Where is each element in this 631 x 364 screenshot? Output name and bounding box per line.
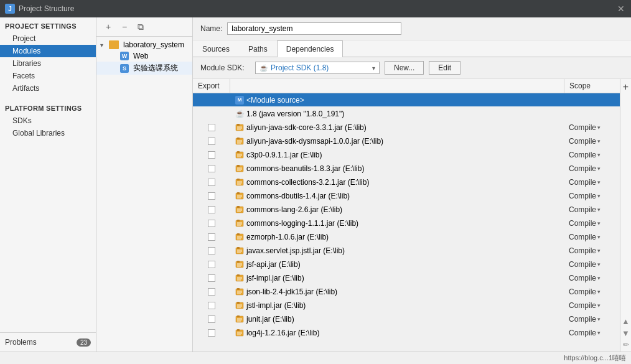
- sidebar-item-global-libraries[interactable]: Global Libraries: [0, 127, 96, 139]
- dep-row-aliyun-core[interactable]: aliyun-java-sdk-core-3.3.1.jar (E:\lib) …: [193, 121, 620, 134]
- dep-row-jdk18[interactable]: ☕1.8 (java version "1.8.0_191"): [193, 107, 620, 121]
- dep-checkbox-aliyun-dysms[interactable]: [208, 138, 215, 145]
- problems-item[interactable]: Problems 23: [0, 335, 96, 349]
- dep-scope-commons-bean[interactable]: Compile ▾: [564, 163, 620, 174]
- edit-sdk-button[interactable]: Edit: [429, 61, 460, 75]
- dep-checkbox-commons-bean[interactable]: [208, 165, 215, 172]
- dep-name-cell-aliyun-core: aliyun-java-sdk-core-3.3.1.jar (E:\lib): [230, 122, 564, 133]
- dep-checkbox-jstl-impl[interactable]: [208, 302, 215, 309]
- svg-rect-46: [237, 247, 240, 249]
- scroll-down-side[interactable]: ▼: [622, 329, 630, 338]
- dep-row-jsf-api[interactable]: jsf-api.jar (E:\lib) Compile ▾: [193, 258, 620, 271]
- scope-dropdown-javax-servlet[interactable]: Compile ▾: [569, 246, 615, 255]
- dep-scope-commons-coll[interactable]: Compile ▾: [564, 177, 620, 188]
- scope-dropdown-aliyun-core[interactable]: Compile ▾: [569, 123, 615, 132]
- dep-checkbox-jsf-api[interactable]: [208, 261, 215, 268]
- dep-scope-jsf-impl[interactable]: Compile ▾: [564, 273, 620, 284]
- sidebar-item-modules[interactable]: Modules: [0, 45, 96, 57]
- scope-dropdown-log4j[interactable]: Compile ▾: [569, 329, 615, 337]
- dep-checkbox-c3p0[interactable]: [208, 151, 215, 159]
- scope-dropdown-commons-lang[interactable]: Compile ▾: [569, 205, 615, 214]
- dep-row-commons-log[interactable]: commons-logging-1.1.1.jar (E:\lib) Compi…: [193, 217, 620, 230]
- sidebar-item-project[interactable]: Project: [0, 32, 96, 45]
- dep-checkbox-aliyun-core[interactable]: [208, 124, 215, 131]
- scroll-up-side[interactable]: ▲: [622, 317, 630, 326]
- dep-checkbox-commons-lang[interactable]: [208, 206, 215, 213]
- sdk-label: Module SDK:: [200, 63, 250, 72]
- name-input[interactable]: [227, 22, 401, 35]
- dep-scope-ezmorph[interactable]: Compile ▾: [564, 231, 620, 243]
- tree-node-laboratory-system[interactable]: ▾ laboratory_system: [96, 39, 192, 50]
- dep-export-c3p0: [193, 150, 230, 160]
- scope-dropdown-commons-dbutils[interactable]: Compile ▾: [569, 192, 615, 200]
- dep-row-commons-lang[interactable]: commons-lang-2.6.jar (E:\lib) Compile ▾: [193, 203, 620, 217]
- scope-dropdown-commons-bean[interactable]: Compile ▾: [569, 164, 615, 173]
- dep-scope-commons-dbutils[interactable]: Compile ▾: [564, 190, 620, 202]
- remove-module-button[interactable]: −: [118, 20, 131, 34]
- dep-scope-aliyun-core[interactable]: Compile ▾: [564, 122, 620, 133]
- tree-node-shijian[interactable]: S 实验选课系统: [96, 62, 192, 75]
- dep-scope-commons-log[interactable]: Compile ▾: [564, 218, 620, 229]
- scope-dropdown-ezmorph[interactable]: Compile ▾: [569, 233, 615, 241]
- dep-scope-json-lib[interactable]: Compile ▾: [564, 286, 620, 297]
- dep-checkbox-commons-log[interactable]: [208, 220, 215, 227]
- add-dependency-button[interactable]: +: [623, 82, 629, 93]
- dep-row-junit[interactable]: junit.jar (E:\lib) Compile ▾: [193, 312, 620, 326]
- dep-checkbox-commons-coll[interactable]: [208, 179, 215, 186]
- dep-checkbox-javax-servlet[interactable]: [208, 247, 215, 254]
- scope-dropdown-commons-log[interactable]: Compile ▾: [569, 219, 615, 228]
- scope-dropdown-aliyun-dysms[interactable]: Compile ▾: [569, 137, 615, 146]
- scope-arrow-junit: ▾: [597, 316, 601, 322]
- tab-dependencies[interactable]: Dependencies: [277, 40, 344, 57]
- sidebar-item-libraries[interactable]: Libraries: [0, 57, 96, 70]
- tree-node-web[interactable]: W Web: [96, 50, 192, 62]
- sdk-select[interactable]: ☕ Project SDK (1.8) ▾: [255, 62, 380, 74]
- scope-dropdown-junit[interactable]: Compile ▾: [569, 315, 615, 324]
- dep-checkbox-ezmorph[interactable]: [208, 233, 215, 241]
- dep-row-commons-dbutils[interactable]: commons-dbutils-1.4.jar (E:\lib) Compile…: [193, 189, 620, 203]
- dep-checkbox-commons-dbutils[interactable]: [208, 192, 215, 200]
- close-button[interactable]: ✕: [616, 4, 626, 14]
- dep-scope-commons-lang[interactable]: Compile ▾: [564, 204, 620, 215]
- dep-row-c3p0[interactable]: c3p0-0.9.1.1.jar (E:\lib) Compile ▾: [193, 148, 620, 162]
- scope-text-commons-bean: Compile: [569, 164, 596, 173]
- dep-scope-log4j[interactable]: Compile ▾: [564, 327, 620, 338]
- dep-scope-javax-servlet[interactable]: Compile ▾: [564, 245, 620, 256]
- dep-row-javax-servlet[interactable]: javax.servlet.jsp.jstl.jar (E:\lib) Comp…: [193, 244, 620, 258]
- sidebar-item-artifacts[interactable]: Artifacts: [0, 82, 96, 95]
- new-sdk-button[interactable]: New...: [385, 61, 424, 75]
- dep-row-json-lib[interactable]: json-lib-2.4-jdk15.jar (E:\lib) Compile …: [193, 285, 620, 299]
- scope-dropdown-jsf-api[interactable]: Compile ▾: [569, 260, 615, 269]
- scope-dropdown-c3p0[interactable]: Compile ▾: [569, 151, 615, 159]
- dep-checkbox-json-lib[interactable]: [208, 288, 215, 296]
- dep-checkbox-junit[interactable]: [208, 315, 215, 323]
- dep-scope-jstl-impl[interactable]: Compile ▾: [564, 300, 620, 311]
- copy-module-button[interactable]: ⧉: [134, 20, 147, 34]
- dep-row-jstl-impl[interactable]: jstl-impl.jar (E:\lib) Compile ▾: [193, 299, 620, 312]
- scope-dropdown-jstl-impl[interactable]: Compile ▾: [569, 301, 615, 310]
- dep-scope-aliyun-dysms[interactable]: Compile ▾: [564, 136, 620, 147]
- dep-scope-c3p0[interactable]: Compile ▾: [564, 149, 620, 161]
- dep-row-mod-source[interactable]: M<Module source>: [193, 93, 620, 107]
- sidebar-item-facets[interactable]: Facets: [0, 70, 96, 82]
- dep-row-log4j[interactable]: log4j-1.2.16.jar (E:\lib) Compile ▾: [193, 326, 620, 340]
- dep-row-commons-coll[interactable]: commons-collections-3.2.1.jar (E:\lib) C…: [193, 175, 620, 189]
- dep-row-commons-bean[interactable]: commons-beanutils-1.8.3.jar (E:\lib) Com…: [193, 162, 620, 175]
- dep-row-ezmorph[interactable]: ezmorph-1.0.6.jar (E:\lib) Compile ▾: [193, 230, 620, 244]
- dep-scope-jsf-api[interactable]: Compile ▾: [564, 259, 620, 270]
- dep-scope-junit[interactable]: Compile ▾: [564, 314, 620, 325]
- sidebar-item-sdks[interactable]: SDKs: [0, 114, 96, 127]
- tab-sources[interactable]: Sources: [193, 40, 239, 57]
- dep-checkbox-log4j[interactable]: [208, 329, 215, 337]
- scope-dropdown-jsf-impl[interactable]: Compile ▾: [569, 274, 615, 282]
- dep-checkbox-jsf-impl[interactable]: [208, 274, 215, 282]
- scope-text-log4j: Compile: [569, 329, 596, 337]
- edit-pencil-button[interactable]: ✏: [623, 340, 629, 349]
- dep-row-jsf-impl[interactable]: jsf-impl.jar (E:\lib) Compile ▾: [193, 271, 620, 285]
- add-module-button[interactable]: +: [101, 20, 115, 34]
- sdk-icon: ☕: [259, 64, 268, 72]
- dep-row-aliyun-dysms[interactable]: aliyun-java-sdk-dysmsapi-1.0.0.jar (E:\l…: [193, 134, 620, 148]
- tab-paths[interactable]: Paths: [239, 40, 277, 57]
- scope-dropdown-commons-coll[interactable]: Compile ▾: [569, 178, 615, 187]
- scope-dropdown-json-lib[interactable]: Compile ▾: [569, 287, 615, 296]
